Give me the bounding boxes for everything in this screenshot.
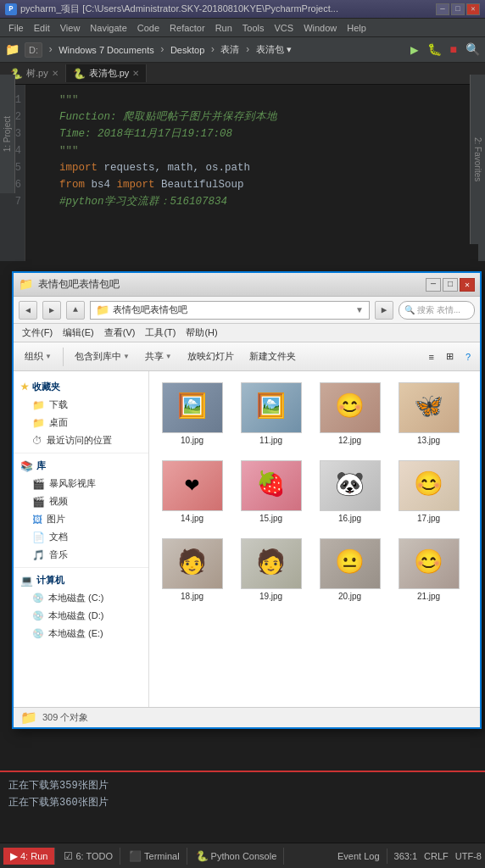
run-icon[interactable]: ▶ xyxy=(410,42,419,58)
file-item-13.jpg[interactable]: 🦋13.jpg xyxy=(393,378,465,449)
favorites-star-icon: ★ xyxy=(20,381,29,392)
file-item-14.jpg[interactable]: ❤️14.jpg xyxy=(156,456,228,527)
explorer-menu-tools[interactable]: 工具(T) xyxy=(140,325,181,341)
explorer-menu-bar: 文件(F) 编辑(E) 查看(V) 工具(T) 帮助(H) xyxy=(14,324,480,342)
media-icon: 🎬 xyxy=(32,478,45,490)
explorer-up-button[interactable]: ▲ xyxy=(66,301,85,320)
view-grid-button[interactable]: ⊞ xyxy=(442,348,458,364)
menu-refactor[interactable]: Refactor xyxy=(164,21,210,35)
sidebar-item-documents[interactable]: 📄 文档 xyxy=(14,528,148,546)
menu-edit[interactable]: Edit xyxy=(29,21,55,35)
menu-run[interactable]: Run xyxy=(210,21,237,35)
sidebar-item-pictures[interactable]: 🖼 图片 xyxy=(14,510,148,528)
explorer-go-button[interactable]: ▶ xyxy=(375,301,393,320)
event-log-label: Event Log xyxy=(337,851,380,861)
tab-tree-py-close[interactable]: ✕ xyxy=(52,69,59,78)
sidebar-video-label: 视频 xyxy=(49,495,68,508)
file-item-17.jpg[interactable]: 😊17.jpg xyxy=(393,456,465,527)
tab-tree-py-label: 树.py xyxy=(26,67,48,80)
file-item-11.jpg[interactable]: 🖼️11.jpg xyxy=(235,378,307,449)
file-item-21.jpg[interactable]: 😊21.jpg xyxy=(393,534,465,605)
sidebar-item-media[interactable]: 🎬 暴风影视库 xyxy=(14,475,148,492)
toolbar-breadcrumb3: 表清 xyxy=(220,43,239,56)
toolbar-new-folder-button[interactable]: 新建文件夹 xyxy=(243,346,302,367)
explorer-menu-help[interactable]: 帮助(H) xyxy=(181,325,222,341)
explorer-menu-file[interactable]: 文件(F) xyxy=(17,325,58,341)
sidebar-item-drive-d[interactable]: 💿 本地磁盘 (D:) xyxy=(14,607,148,625)
explorer-titlebar: 📁 表情包吧表情包吧 ─ □ ✕ xyxy=(14,273,480,297)
menu-code[interactable]: Code xyxy=(132,21,164,35)
code-content[interactable]: """ Function: 爬取贴吧帖子图片并保存到本地 Time: 2018年… xyxy=(25,85,478,261)
sidebar-library-header[interactable]: 📚 库 xyxy=(14,457,148,475)
toolbar-organize-button[interactable]: 组织 ▼ xyxy=(19,346,58,367)
menu-help[interactable]: Help xyxy=(342,21,371,35)
statusbar-event-log-tab[interactable]: Event Log xyxy=(331,849,387,864)
sidebar-computer-header[interactable]: 💻 计算机 xyxy=(14,571,148,589)
sidebar-item-video[interactable]: 🎬 视频 xyxy=(14,492,148,510)
view-controls: ≡ ⊞ ? xyxy=(424,348,475,364)
toolbar-share-button[interactable]: 共享 ▼ xyxy=(139,346,178,367)
file-item-19.jpg[interactable]: 🧑19.jpg xyxy=(235,534,307,605)
ide-minimize-button[interactable]: ─ xyxy=(436,3,449,15)
sidebar-item-drive-e[interactable]: 💿 本地磁盘 (E:) xyxy=(14,625,148,643)
status-folder-icon: 📁 xyxy=(20,709,37,726)
statusbar-run-tab[interactable]: ▶ 4: Run xyxy=(3,848,55,865)
desktop-folder-icon: 📁 xyxy=(32,417,45,429)
statusbar-todo-tab[interactable]: ☑ 6: TODO xyxy=(57,848,120,865)
sidebar-item-music[interactable]: 🎵 音乐 xyxy=(14,546,148,564)
sidebar-item-desktop[interactable]: 📁 桌面 xyxy=(14,414,148,431)
explorer-address-bar: ◀ ▶ ▲ 📁 表情包吧表情包吧 ▼ ▶ 🔍 搜索 表情... xyxy=(14,297,480,324)
menu-view[interactable]: View xyxy=(55,21,86,35)
menu-navigate[interactable]: Navigate xyxy=(85,21,131,35)
run-tab-label: 4: Run xyxy=(20,851,47,861)
view-help-button[interactable]: ? xyxy=(461,349,475,364)
sidebar-item-download[interactable]: 📁 下载 xyxy=(14,396,148,414)
file-item-15.jpg[interactable]: 🍓15.jpg xyxy=(235,456,307,527)
menu-vcs[interactable]: VCS xyxy=(270,21,299,35)
explorer-menu-view[interactable]: 查看(V) xyxy=(99,325,141,341)
address-dropdown-arrow[interactable]: ▼ xyxy=(355,305,364,314)
explorer-maximize-button[interactable]: □ xyxy=(443,278,458,292)
sidebar-favorites-header[interactable]: ★ 收藏夹 xyxy=(14,378,148,396)
ide-maximize-button[interactable]: □ xyxy=(451,3,465,15)
ide-toolbar: 📁 D: › Windows 7 Documents › Desktop › 表… xyxy=(0,37,485,63)
file-item-16.jpg[interactable]: 🐼16.jpg xyxy=(314,456,386,527)
explorer-menu-edit[interactable]: 编辑(E) xyxy=(58,325,99,341)
code-editor[interactable]: 1 2 3 4 5 6 7 """ Function: 爬取贴吧帖子图片并保存到… xyxy=(0,85,485,261)
file-item-18.jpg[interactable]: 🧑18.jpg xyxy=(156,534,228,605)
organize-arrow: ▼ xyxy=(45,353,52,360)
app-icon: P xyxy=(5,3,17,15)
search-icon[interactable]: 🔍 xyxy=(465,42,480,57)
view-list-button[interactable]: ≡ xyxy=(424,349,438,364)
tab-baoqingbao-close[interactable]: ✕ xyxy=(132,69,139,78)
toolbar-include-library-button[interactable]: 包含到库中 ▼ xyxy=(69,346,136,367)
stop-icon[interactable]: ■ xyxy=(450,43,457,57)
left-panel-label: 1: Project xyxy=(3,116,12,152)
file-item-20.jpg[interactable]: 😐20.jpg xyxy=(314,534,386,605)
python-console-tab-icon: 🐍 xyxy=(196,850,209,862)
file-grid[interactable]: 🖼️10.jpg🖼️11.jpg😊12.jpg🦋13.jpg❤️14.jpg🍓1… xyxy=(149,371,480,707)
tab-baoqingbao-py[interactable]: 🐍 表清包.py ✕ xyxy=(66,64,148,82)
toolbar-slideshow-button[interactable]: 放映幻灯片 xyxy=(181,346,240,367)
explorer-search-box[interactable]: 🔍 搜索 表情... xyxy=(399,301,475,320)
explorer-close-button[interactable]: ✕ xyxy=(460,278,475,292)
file-item-10.jpg[interactable]: 🖼️10.jpg xyxy=(156,378,228,449)
right-panel-indicator[interactable]: 2: Favorites xyxy=(470,75,485,244)
debug-icon[interactable]: 🐛 xyxy=(427,42,442,57)
statusbar-python-console-tab[interactable]: 🐍 Python Console xyxy=(189,848,285,865)
statusbar-terminal-tab[interactable]: ⬛ Terminal xyxy=(122,848,187,865)
explorer-address-input[interactable]: 📁 表情包吧表情包吧 ▼ xyxy=(90,301,370,320)
explorer-minimize-button[interactable]: ─ xyxy=(426,278,441,292)
explorer-forward-button[interactable]: ▶ xyxy=(42,301,61,320)
explorer-back-button[interactable]: ◀ xyxy=(19,301,37,320)
sidebar-item-drive-c[interactable]: 💿 本地磁盘 (C:) xyxy=(14,589,148,607)
sidebar-item-recent[interactable]: ⏱ 最近访问的位置 xyxy=(14,431,148,449)
menu-tools[interactable]: Tools xyxy=(237,21,270,35)
menu-file[interactable]: File xyxy=(3,21,29,35)
left-panel-indicator[interactable]: 1: Project xyxy=(0,75,15,193)
file-item-12.jpg[interactable]: 😊12.jpg xyxy=(314,378,386,449)
file-name-16.jpg: 16.jpg xyxy=(338,514,361,523)
menu-window[interactable]: Window xyxy=(298,21,342,35)
ide-close-button[interactable]: ✕ xyxy=(466,3,480,15)
include-library-label: 包含到库中 xyxy=(75,350,121,363)
